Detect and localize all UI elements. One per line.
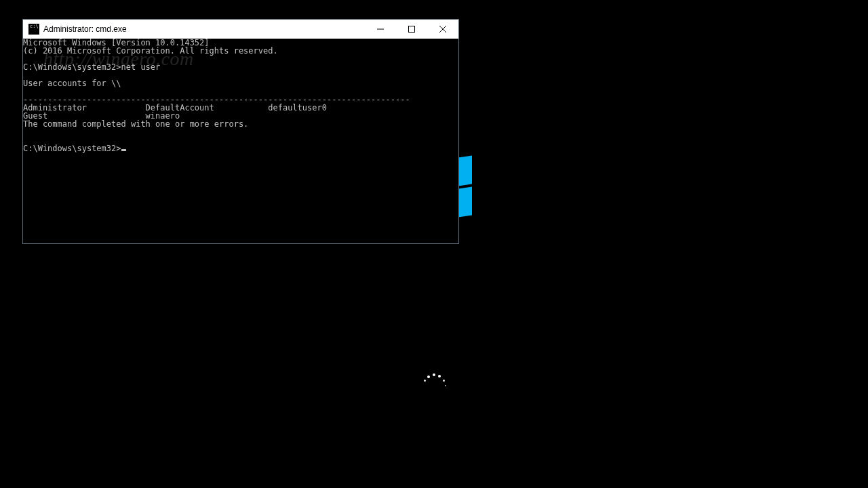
maximize-icon xyxy=(408,26,415,33)
spinner-dot xyxy=(438,375,441,378)
close-button[interactable] xyxy=(427,20,458,39)
console-output: Microsoft Windows [Version 10.0.14352] (… xyxy=(23,39,458,152)
spinner-dot xyxy=(424,380,426,382)
windows-logo-partial xyxy=(458,157,472,216)
console-line: (c) 2016 Microsoft Corporation. All righ… xyxy=(23,46,278,56)
window-title: Administrator: cmd.exe xyxy=(43,24,127,34)
console-prompt: C:\Windows\system32> xyxy=(23,144,121,153)
spinner-dot xyxy=(433,373,435,376)
console-line: C:\Windows\system32>net user xyxy=(23,62,160,72)
minimize-icon xyxy=(377,26,384,33)
window-controls xyxy=(365,20,458,39)
cursor-icon xyxy=(121,149,126,151)
cmd-window: Administrator: cmd.exe W I N A E R O htt… xyxy=(22,19,459,244)
spinner-dot xyxy=(427,375,430,378)
spinner-dot xyxy=(445,385,446,386)
console-line: User accounts for \\ xyxy=(23,79,121,88)
logo-tile-icon xyxy=(458,156,472,186)
logo-tile-icon xyxy=(458,187,472,218)
loading-spinner-icon xyxy=(420,371,448,399)
spinner-dot xyxy=(443,380,445,382)
svg-rect-1 xyxy=(409,26,415,33)
console-area[interactable]: W I N A E R O http://winaero.com Microso… xyxy=(23,39,458,243)
maximize-button[interactable] xyxy=(396,20,427,39)
titlebar[interactable]: Administrator: cmd.exe xyxy=(23,20,458,39)
console-line: The command completed with one or more e… xyxy=(23,119,248,129)
minimize-button[interactable] xyxy=(365,20,396,39)
close-icon xyxy=(439,26,446,33)
cmd-app-icon xyxy=(28,24,39,35)
